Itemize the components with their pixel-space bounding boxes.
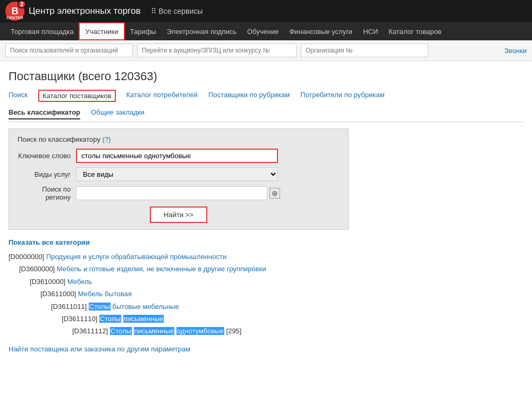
nav-item-training[interactable]: Обучение — [242, 22, 284, 40]
tab-suppliers-by-rubric[interactable]: Поставщики по рубрикам — [208, 90, 290, 102]
user-search-input[interactable] — [5, 44, 133, 57]
category-code: [D3611000] — [40, 290, 78, 298]
search-bar: Звонки — [0, 40, 532, 61]
category-link[interactable]: Продукция и услуги обрабатывающей промыш… — [46, 253, 226, 261]
category-link[interactable]: Столы письменные — [99, 315, 164, 323]
nav-item-financial[interactable]: Финансовые услуги — [284, 22, 358, 40]
category-code: [D3611112] — [72, 327, 110, 335]
find-other-params-link[interactable]: Найти поставщика или заказчика по другим… — [9, 345, 523, 353]
list-item: [D3600000] Мебель и готовые изделия, не … — [19, 263, 523, 275]
category-tree: [D0000000] Продукция и услуги обрабатыва… — [9, 251, 523, 338]
category-link[interactable]: Мебель — [67, 278, 92, 286]
page-title: Поставщики (всего 120363) — [9, 70, 523, 83]
nav-bar: Торговая площадка Участники Тарифы Элект… — [0, 22, 532, 40]
list-item: [D3611000] Мебель бытовая — [40, 288, 523, 300]
list-item: [D3611112] Столы письменные однотумбовые… — [72, 325, 523, 337]
category-link[interactable]: Столы бытовые мебельные — [89, 303, 179, 311]
services-label: Все сервисы — [158, 7, 202, 15]
highlight-span-2: письменные — [123, 315, 164, 323]
list-item: [D0000000] Продукция и услуги обрабатыва… — [9, 251, 523, 263]
category-link[interactable]: Мебель и готовые изделия, не включенные … — [57, 265, 266, 273]
keyword-input[interactable] — [76, 149, 278, 163]
header: B 2 CENTER Центр электронных торгов ⠿ Вс… — [0, 0, 532, 22]
category-code: [D3611011] — [51, 303, 89, 311]
tab-consumers-by-rubric[interactable]: Потребители по рубрикам — [300, 90, 384, 102]
category-code: [D3600000] — [19, 265, 57, 273]
nav-item-catalog[interactable]: Каталог товаров — [383, 22, 446, 40]
highlight-span: Столы — [110, 327, 132, 335]
region-row: Поиск по региону ⊕ — [18, 185, 340, 201]
nav-item-nsi[interactable]: НСИ — [358, 22, 383, 40]
classifier-box: Поиск по классификатору (?) Ключевое сло… — [9, 128, 349, 230]
tab-search[interactable]: Поиск — [9, 90, 28, 102]
header-title: Центр электронных торгов — [29, 6, 140, 16]
help-icon[interactable]: (?) — [103, 135, 111, 143]
main-content: Поставщики (всего 120363) Поиск Каталог … — [0, 61, 531, 361]
list-item: [D3610000] Мебель — [30, 276, 523, 288]
category-code: [D0000000] — [9, 253, 46, 261]
highlight-span-2: письменные — [134, 327, 175, 335]
category-code: [D3611110] — [62, 315, 99, 323]
region-add-button[interactable]: ⊕ — [269, 188, 280, 199]
category-link[interactable]: Мебель бытовая — [78, 290, 132, 298]
keyword-label: Ключевое слово — [18, 152, 76, 160]
nav-item-participants[interactable]: Участники — [79, 22, 124, 40]
classifier-title: Поиск по классификатору (?) — [18, 135, 340, 143]
find-btn-row: Найти >> — [18, 206, 340, 223]
category-code: [D3610000] — [30, 278, 67, 286]
nav-item-tariffs[interactable]: Тарифы — [125, 22, 162, 40]
list-item: [D3611011] Столы бытовые мебельные — [51, 300, 523, 313]
badge-count: 2 — [18, 0, 26, 8]
header-services[interactable]: ⠿ Все сервисы — [151, 7, 202, 15]
sub-tab-all-classifier[interactable]: Весь классификатор — [9, 108, 80, 119]
tabs-row: Поиск Каталог поставщиков Каталог потреб… — [9, 90, 523, 102]
highlight-span-3: однотумбовые — [176, 327, 224, 335]
grid-icon: ⠿ — [151, 7, 156, 15]
tab-supplier-catalog[interactable]: Каталог поставщиков — [38, 90, 116, 102]
keyword-row: Ключевое слово — [18, 149, 340, 163]
zvonki-link[interactable]: Звонки — [504, 47, 527, 55]
services-row: Виды услуг Все виды — [18, 167, 340, 181]
org-search-input[interactable] — [301, 44, 428, 57]
nav-item-esignature[interactable]: Электронная подпись — [162, 22, 242, 40]
logo-badge: B 2 CENTER — [5, 2, 24, 21]
services-select[interactable]: Все виды — [76, 167, 278, 181]
find-button[interactable]: Найти >> — [150, 206, 207, 223]
region-input[interactable] — [76, 186, 267, 200]
region-label: Поиск по региону — [18, 185, 76, 201]
sub-tabs-row: Весь классификатор Общие закладки — [9, 108, 523, 122]
category-link[interactable]: Столы письменные однотумбовые — [110, 327, 224, 335]
category-count: [295] — [224, 327, 242, 335]
logo-center-text: CENTER — [6, 16, 23, 20]
sub-tab-bookmarks[interactable]: Общие закладки — [91, 108, 145, 119]
show-all-categories-link[interactable]: Показать все категории — [9, 238, 523, 246]
nav-item-marketplace[interactable]: Торговая площадка — [5, 22, 79, 40]
list-item: [D3611110] Столы письменные — [62, 313, 523, 325]
highlight-span: Столы — [89, 303, 111, 311]
logo-letter: B — [12, 6, 19, 17]
auction-search-input[interactable] — [137, 44, 297, 57]
tab-consumer-catalog[interactable]: Каталог потребителей — [126, 90, 198, 102]
services-label: Виды услуг — [18, 170, 76, 178]
highlight-span: Столы — [99, 315, 121, 323]
